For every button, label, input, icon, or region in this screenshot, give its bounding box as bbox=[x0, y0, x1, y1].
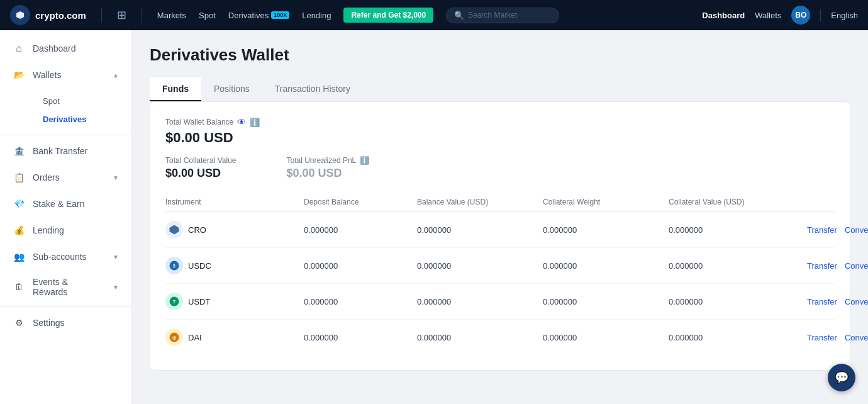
sidebar-item-sub-accounts[interactable]: 👥 Sub-accounts ▼ bbox=[0, 244, 131, 270]
visibility-toggle-icon[interactable]: 👁 bbox=[237, 117, 246, 127]
sidebar-item-spot[interactable]: Spot bbox=[33, 92, 131, 110]
bank-transfer-icon: 🏦 bbox=[13, 145, 25, 157]
sub-accounts-arrow: ▼ bbox=[113, 254, 119, 261]
coin-cell-usdc: $ USDC bbox=[165, 257, 211, 274]
nav-spot[interactable]: Spot bbox=[199, 11, 216, 20]
table-row: T USDT 0.000000 0.000000 0.000000 0.0000… bbox=[165, 284, 835, 320]
sidebar-item-stake-earn[interactable]: 💎 Stake & Earn bbox=[0, 191, 131, 217]
coin-cell-dai: ◎ DAI bbox=[165, 328, 202, 346]
sidebar-label-orders: Orders bbox=[33, 172, 60, 182]
sub-accounts-icon: 👥 bbox=[13, 250, 25, 263]
col-deposit-balance: Deposit Balance bbox=[304, 198, 417, 206]
coin-cell-cro: CRO bbox=[165, 221, 206, 238]
collateral-value: $0.00 USD bbox=[165, 167, 236, 180]
cro-convert-button[interactable]: Convert bbox=[845, 225, 868, 235]
tab-positions[interactable]: Positions bbox=[201, 77, 262, 101]
events-rewards-arrow: ▼ bbox=[113, 284, 119, 291]
logo[interactable]: crypto.com bbox=[10, 5, 86, 25]
nav-derivatives[interactable]: Derivatives 100X bbox=[228, 11, 289, 20]
usdt-convert-button[interactable]: Convert bbox=[845, 297, 868, 306]
sidebar-label-dashboard: Dashboard bbox=[33, 43, 76, 53]
table-row: ◎ DAI 0.000000 0.000000 0.000000 0.00000… bbox=[165, 320, 835, 355]
wallets-arrow: ▲ bbox=[113, 72, 119, 79]
usdc-collateral-value: 0.000000 bbox=[669, 261, 807, 271]
total-balance-label: Total Wallet Balance 👁 ℹ️ bbox=[165, 117, 835, 127]
settings-icon: ⚙ bbox=[13, 317, 25, 329]
language-selector[interactable]: English bbox=[831, 11, 858, 20]
sidebar-item-derivatives[interactable]: Derivatives bbox=[33, 110, 131, 128]
dai-convert-button[interactable]: Convert bbox=[845, 333, 868, 342]
sidebar-label-wallets: Wallets bbox=[33, 70, 61, 80]
topnav-right: Dashboard Wallets BO English bbox=[702, 6, 858, 25]
nav-divider-2 bbox=[142, 8, 142, 23]
dai-collateral-value: 0.000000 bbox=[669, 333, 807, 342]
nav-divider-1 bbox=[101, 8, 102, 23]
sidebar-divider-2 bbox=[0, 306, 131, 307]
sidebar-item-dashboard[interactable]: ⌂ Dashboard bbox=[0, 35, 131, 62]
col-collateral-value: Collateral Value (USD) bbox=[669, 198, 807, 206]
sidebar-label-stake-earn: Stake & Earn bbox=[33, 199, 85, 209]
pnl-label: Total Unrealized PnL ℹ️ bbox=[287, 156, 370, 165]
usdc-transfer-button[interactable]: Transfer bbox=[807, 261, 837, 271]
page-title: Derivatives Wallet bbox=[150, 45, 850, 65]
usdc-actions: Transfer Convert bbox=[807, 261, 868, 271]
info-icon[interactable]: ℹ️ bbox=[250, 118, 260, 127]
table-row: $ USDC 0.000000 0.000000 0.000000 0.0000… bbox=[165, 248, 835, 284]
instrument-usdt: T USDT bbox=[165, 293, 304, 310]
wallets-submenu: Spot Derivatives bbox=[0, 88, 131, 132]
sidebar-item-bank-transfer[interactable]: 🏦 Bank Transfer bbox=[0, 138, 131, 164]
usdt-balance-value: 0.000000 bbox=[417, 297, 543, 306]
nav-dashboard[interactable]: Dashboard bbox=[702, 11, 745, 20]
pnl-section: Total Unrealized PnL ℹ️ $0.00 USD bbox=[287, 156, 370, 180]
sidebar-label-settings: Settings bbox=[33, 318, 65, 328]
sidebar-item-lending[interactable]: 💰 Lending bbox=[0, 217, 131, 244]
balance-details-row: Total Collateral Value $0.00 USD Total U… bbox=[165, 156, 835, 180]
dai-balance-value: 0.000000 bbox=[417, 333, 543, 342]
svg-marker-1 bbox=[170, 225, 179, 235]
chat-button[interactable]: 💬 bbox=[828, 364, 855, 391]
wallets-icon: 📂 bbox=[13, 69, 25, 81]
cro-balance-value: 0.000000 bbox=[417, 225, 543, 235]
search-input[interactable] bbox=[468, 11, 543, 20]
usdt-deposit-balance: 0.000000 bbox=[304, 297, 417, 306]
apps-grid-icon[interactable]: ⊞ bbox=[117, 8, 126, 22]
sidebar-divider-1 bbox=[0, 135, 131, 135]
sidebar-item-events-rewards[interactable]: 🗓 Events & Rewards ▼ bbox=[0, 270, 131, 304]
pnl-info-icon[interactable]: ℹ️ bbox=[360, 156, 369, 165]
avatar[interactable]: BO bbox=[791, 6, 810, 25]
nav-wallets[interactable]: Wallets bbox=[755, 11, 781, 20]
cro-transfer-button[interactable]: Transfer bbox=[807, 225, 837, 235]
sidebar-item-wallets[interactable]: 📂 Wallets ▲ bbox=[0, 62, 131, 88]
table-row: CRO 0.000000 0.000000 0.000000 0.000000 … bbox=[165, 212, 835, 248]
collateral-section: Total Collateral Value $0.00 USD bbox=[165, 156, 236, 180]
usdt-collateral-weight: 0.000000 bbox=[543, 297, 669, 306]
instrument-dai: ◎ DAI bbox=[165, 328, 304, 346]
col-balance-value: Balance Value (USD) bbox=[417, 198, 543, 206]
cro-actions: Transfer Convert bbox=[807, 225, 868, 235]
svg-text:$: $ bbox=[173, 264, 175, 269]
dai-transfer-button[interactable]: Transfer bbox=[807, 333, 837, 342]
refer-button[interactable]: Refer and Get $2,000 bbox=[343, 8, 433, 23]
lending-icon: 💰 bbox=[13, 224, 25, 237]
balance-section: Total Wallet Balance 👁 ℹ️ $0.00 USD Tota… bbox=[165, 117, 835, 180]
usdt-icon: T bbox=[165, 293, 183, 310]
table-header: Instrument Deposit Balance Balance Value… bbox=[165, 193, 835, 212]
nav-lending[interactable]: Lending bbox=[302, 11, 331, 20]
instruments-table: Instrument Deposit Balance Balance Value… bbox=[165, 193, 835, 355]
usdt-transfer-button[interactable]: Transfer bbox=[807, 297, 837, 306]
tab-transaction-history[interactable]: Transaction History bbox=[262, 77, 363, 101]
col-instrument: Instrument bbox=[165, 198, 304, 206]
usdc-convert-button[interactable]: Convert bbox=[845, 261, 868, 271]
usdt-collateral-value: 0.000000 bbox=[669, 297, 807, 306]
sidebar-label-lending: Lending bbox=[33, 225, 64, 235]
sidebar-item-orders[interactable]: 📋 Orders ▼ bbox=[0, 164, 131, 191]
sidebar-item-settings[interactable]: ⚙ Settings bbox=[0, 310, 131, 336]
svg-text:◎: ◎ bbox=[172, 335, 176, 340]
col-actions bbox=[807, 198, 835, 206]
nav-markets[interactable]: Markets bbox=[157, 11, 186, 20]
logo-text: crypto.com bbox=[35, 10, 86, 21]
usdc-name: USDC bbox=[188, 261, 211, 271]
logo-icon bbox=[10, 5, 30, 25]
search-bar[interactable]: 🔍 bbox=[446, 8, 559, 23]
tab-funds[interactable]: Funds bbox=[150, 77, 201, 101]
